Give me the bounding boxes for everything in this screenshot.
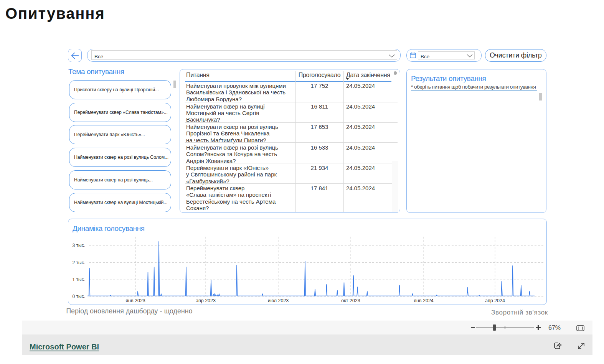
svg-text:июл 2023: июл 2023 xyxy=(268,298,289,303)
svg-text:3 тыс.: 3 тыс. xyxy=(73,243,85,248)
svg-text:2 тыс.: 2 тыс. xyxy=(73,260,85,265)
svg-text:0 тыс.: 0 тыс. xyxy=(73,294,85,299)
svg-text:янв 2023: янв 2023 xyxy=(125,298,145,303)
svg-text:апр 2024: апр 2024 xyxy=(485,298,505,303)
svg-text:апр 2023: апр 2023 xyxy=(196,298,216,303)
svg-text:янв 2024: янв 2024 xyxy=(414,298,434,303)
svg-text:1 тыс.: 1 тыс. xyxy=(73,277,85,282)
svg-text:окт 2023: окт 2023 xyxy=(341,298,360,303)
